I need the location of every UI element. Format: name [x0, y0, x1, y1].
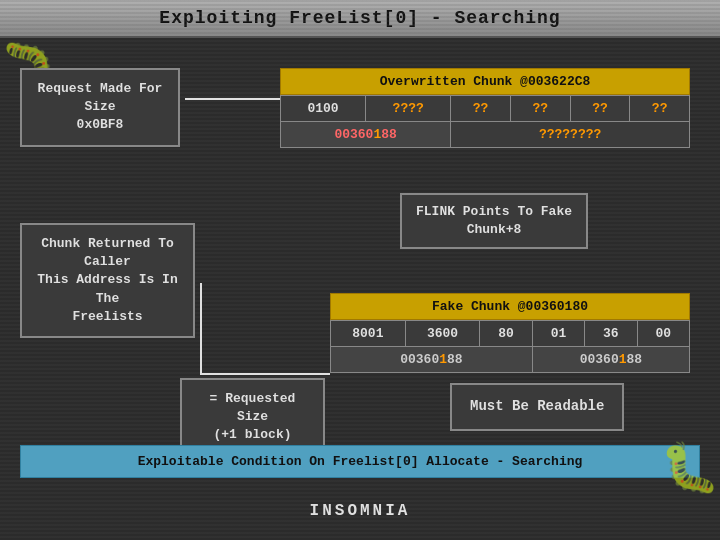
overwritten-chunk-header: Overwritten Chunk @003622C8	[280, 68, 690, 95]
fc-cell-01: 01	[532, 321, 584, 347]
footer: INSOMNIA	[0, 502, 720, 520]
flink-label: FLINK Points To FakeChunk+8	[416, 204, 572, 237]
exploitable-condition-bar: Exploitable Condition On Freelist[0] All…	[20, 445, 700, 478]
fc-cell-00: 00	[637, 321, 689, 347]
fc-cell-3600: 3600	[405, 321, 480, 347]
footer-label: INSOMNIA	[310, 502, 411, 520]
ow-question-marks: ????????	[451, 122, 690, 148]
ow-addr: 00360188	[281, 122, 451, 148]
must-readable-label: Must Be Readable	[470, 398, 604, 414]
fc-cell-8001: 8001	[331, 321, 406, 347]
requested-size-label: = Requested Size(+1 block)	[210, 391, 296, 442]
overwritten-chunk-table: 0100 ???? ?? ?? ?? ?? 00360188 ????????	[280, 95, 690, 148]
ow-cell-q3: ??	[510, 96, 570, 122]
request-box: Request Made For Size0x0BF8	[20, 68, 180, 147]
overwritten-chunk-section: Overwritten Chunk @003622C8 0100 ???? ??…	[280, 68, 690, 148]
must-readable-box: Must Be Readable	[450, 383, 624, 431]
chunk-returned-label: Chunk Returned To CallerThis Address Is …	[37, 236, 177, 324]
ow-cell-q4: ??	[570, 96, 630, 122]
exploitable-label: Exploitable Condition On Freelist[0] All…	[138, 454, 583, 469]
fc-cell-36: 36	[585, 321, 637, 347]
arrow-vertical-1	[200, 283, 202, 373]
flink-label-box: FLINK Points To FakeChunk+8	[400, 193, 588, 249]
ow-cell-q2: ??	[451, 96, 511, 122]
request-label: Request Made For Size0x0BF8	[38, 81, 163, 132]
fc-addr-left: 00360188	[331, 347, 533, 373]
ow-cell-q1: ????	[366, 96, 451, 122]
fc-addr-right: 00360188	[532, 347, 689, 373]
bug-decoration-br: 🐛	[660, 440, 720, 498]
chunk-returned-box: Chunk Returned To CallerThis Address Is …	[20, 223, 195, 338]
arrow-horizontal-2	[200, 373, 330, 375]
fake-chunk-header: Fake Chunk @00360180	[330, 293, 690, 320]
fake-chunk-section: Fake Chunk @00360180 8001 3600 80 01 36 …	[330, 293, 690, 373]
fake-chunk-table: 8001 3600 80 01 36 00 00360188 00360188	[330, 320, 690, 373]
page-title: Exploiting FreeList[0] - Searching	[159, 8, 560, 28]
ow-cell-0100: 0100	[281, 96, 366, 122]
ow-cell-q5: ??	[630, 96, 690, 122]
fc-cell-80: 80	[480, 321, 532, 347]
arrow-request-to-chunk	[185, 98, 280, 100]
title-bar: Exploiting FreeList[0] - Searching	[0, 0, 720, 38]
